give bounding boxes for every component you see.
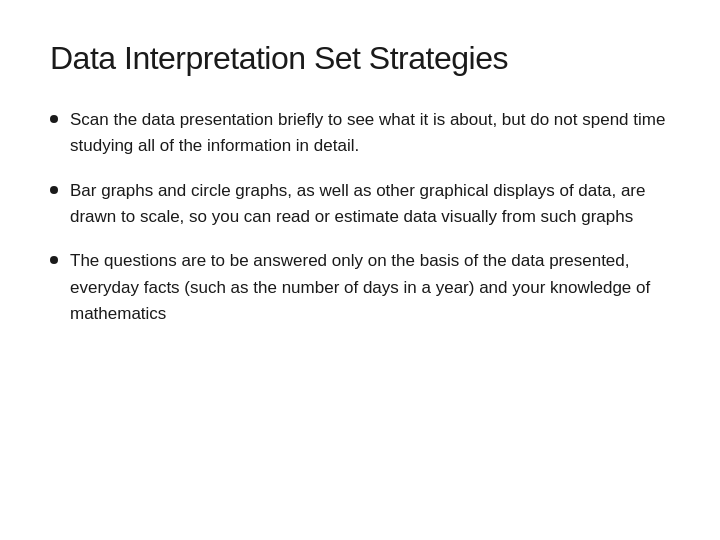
- bullet-item-2: Bar graphs and circle graphs, as well as…: [50, 178, 670, 231]
- slide-title: Data Interpretation Set Strategies: [50, 40, 670, 77]
- slide-container: Data Interpretation Set Strategies Scan …: [0, 0, 720, 540]
- bullet-dot-3: [50, 256, 58, 264]
- bullet-dot-1: [50, 115, 58, 123]
- bullet-list: Scan the data presentation briefly to se…: [50, 107, 670, 327]
- bullet-dot-2: [50, 186, 58, 194]
- bullet-item-1: Scan the data presentation briefly to se…: [50, 107, 670, 160]
- bullet-text-3: The questions are to be answered only on…: [70, 248, 670, 327]
- bullet-text-1: Scan the data presentation briefly to se…: [70, 107, 670, 160]
- bullet-text-2: Bar graphs and circle graphs, as well as…: [70, 178, 670, 231]
- bullet-item-3: The questions are to be answered only on…: [50, 248, 670, 327]
